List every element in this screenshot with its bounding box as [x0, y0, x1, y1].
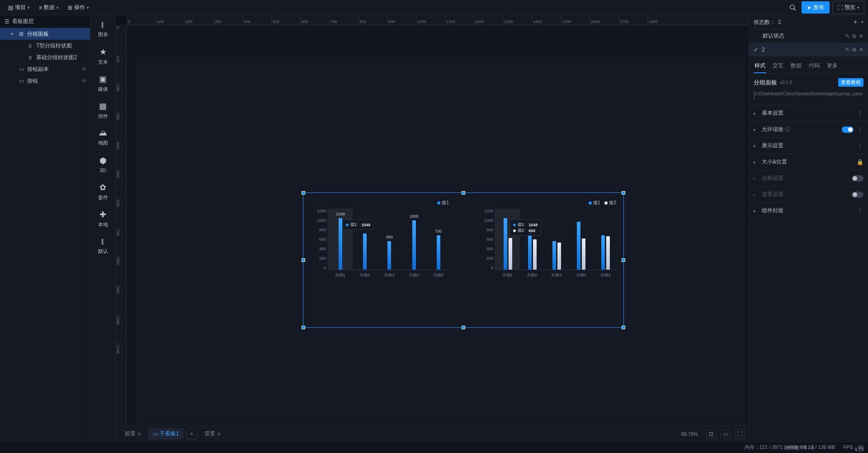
add-state-button[interactable]: ＋	[852, 18, 859, 26]
rail-chart[interactable]: ⫿图表	[90, 15, 115, 42]
tab-foreground[interactable]: 前景 ⊕	[120, 428, 146, 439]
version-label: 4.19	[855, 447, 863, 452]
property-row[interactable]: ▸展示设置⋮	[749, 138, 868, 154]
rail-media[interactable]: ▣媒体	[90, 70, 115, 97]
more-icon[interactable]: ⋮	[857, 142, 863, 149]
layer-item[interactable]: ⫼T型分组柱状图	[0, 40, 90, 51]
resize-handle-r[interactable]	[622, 258, 625, 262]
rail-control[interactable]: ▦控件	[90, 97, 115, 124]
button-icon: ▭	[18, 78, 24, 84]
menu-data[interactable]: ≡ 数据 ▾	[34, 2, 63, 13]
bar	[601, 235, 605, 270]
rail-map[interactable]: ⛰地图	[90, 124, 115, 151]
resize-handle-b[interactable]	[462, 326, 465, 329]
rail-label: 3D	[99, 168, 106, 173]
rail-label: 媒体	[98, 86, 108, 93]
layer-label: 基础分组柱状图2	[36, 54, 77, 61]
bar	[606, 236, 610, 270]
property-row[interactable]: ▸边框设置	[749, 170, 868, 187]
resize-handle-br[interactable]	[622, 326, 625, 329]
group-icon: ⊞	[18, 31, 24, 37]
add-icon: ⊕	[137, 431, 141, 436]
zoom-level: 69.79%	[681, 431, 698, 437]
property-row[interactable]: ▸允许缩放 ⓘ⋮	[749, 121, 868, 138]
resize-handle-t[interactable]	[462, 191, 465, 195]
visibility-icon[interactable]: 👁	[81, 66, 86, 72]
rail-kit[interactable]: ✿套件	[90, 178, 115, 205]
more-icon[interactable]: ⋮	[857, 207, 863, 215]
inspector-tab[interactable]: 更多	[826, 59, 839, 73]
copy-icon[interactable]: ⧉	[852, 33, 856, 39]
lock-icon: 🔒	[857, 159, 863, 165]
toggle-switch[interactable]	[852, 175, 863, 182]
canvas[interactable]: 0100200300400500600700800900100011001200…	[116, 15, 749, 441]
state-item[interactable]: 默认状态✎⧉✕	[749, 29, 868, 43]
bar-group	[363, 234, 367, 270]
rail-text[interactable]: ★文本	[90, 42, 115, 70]
layer-item[interactable]: ⫼基础分组柱状图2	[0, 51, 90, 63]
resize-handle-tl[interactable]	[302, 191, 305, 195]
state-label: 2	[762, 47, 765, 53]
inspector-tab[interactable]: 样式	[754, 59, 766, 73]
3d-icon: ⬢	[99, 156, 107, 166]
ruler-horizontal: 0100200300400500600700800900100011001200…	[127, 15, 749, 25]
edit-icon[interactable]: ✎	[845, 33, 849, 39]
add-tab-button[interactable]: ＋	[186, 429, 197, 439]
state-list: 默认状态✎⧉✕✓2✎⧉✕	[749, 29, 868, 56]
more-icon[interactable]: ⋮	[857, 126, 863, 133]
fullscreen-button[interactable]: ⛶	[735, 429, 745, 439]
resize-handle-l[interactable]	[302, 258, 305, 262]
property-row[interactable]: ▸大小&位置🔒	[749, 154, 868, 170]
rail-label: 图表	[98, 31, 108, 38]
publish-button[interactable]: ➤ 发布	[802, 1, 830, 14]
resize-handle-bl[interactable]	[302, 326, 305, 329]
tab-background[interactable]: 背景 ⊕	[200, 428, 225, 439]
property-row[interactable]: ▸基本设置⋮	[749, 105, 868, 121]
artboard[interactable]: 值112001000800600400200010485801005700示例1…	[136, 57, 746, 427]
chevron-down-icon[interactable]: ▾	[861, 20, 863, 24]
send-icon: ➤	[807, 5, 811, 11]
layer-item[interactable]: ▭按钮副本👁	[0, 63, 90, 75]
rail-default[interactable]: ⫿默认	[90, 232, 115, 259]
tutorial-button[interactable]: 查看教程	[838, 78, 863, 87]
layer-item[interactable]: ▭按钮👁	[0, 75, 90, 87]
inspector-tab[interactable]: 数据	[790, 59, 802, 73]
property-row[interactable]: ▸组件封面⋮	[749, 203, 868, 219]
rail-3d[interactable]: ⬢3D	[90, 151, 115, 178]
preview-button[interactable]: ⛶ 预览 ▾	[832, 1, 864, 14]
menu-ops[interactable]: ⊞ 操作 ▾	[63, 2, 94, 13]
search-button[interactable]	[786, 1, 799, 14]
status-bar: 内存：121 / 3971 / 4096 MB 15 / 136 MB FPS：…	[0, 441, 868, 453]
basic-group-bar-chart[interactable]: 值1值2120010008006004002000示例1示例2示例3示例4示例5…	[480, 200, 620, 281]
fit-view-button[interactable]: ⊡	[706, 429, 716, 439]
chevron-down-icon: ▾	[87, 5, 89, 10]
close-icon[interactable]: ✕	[859, 47, 863, 53]
rail-label: 文本	[98, 59, 108, 65]
edit-icon[interactable]: ✎	[845, 47, 849, 53]
prop-label: 背景设置	[762, 191, 848, 198]
more-icon[interactable]: ⋮	[857, 110, 863, 117]
layer-label: 按钮副本	[27, 65, 49, 73]
copy-icon[interactable]: ⧉	[852, 47, 856, 53]
rail-local[interactable]: ✚本地	[90, 205, 115, 232]
state-item[interactable]: ✓2✎⧉✕	[749, 43, 868, 56]
inspector-tab[interactable]: 代码	[808, 59, 821, 73]
toggle-switch[interactable]	[852, 191, 863, 198]
resize-handle-tr[interactable]	[622, 191, 625, 195]
layer-item[interactable]: ▾⊞分组面板	[0, 28, 90, 40]
inspector-tab[interactable]: 交互	[772, 59, 784, 73]
grid-icon: ⊞	[68, 5, 72, 11]
view-mode-button[interactable]: ▭	[721, 429, 731, 439]
selection-frame[interactable]: 值112001000800600400200010485801005700示例1…	[303, 192, 624, 328]
menu-project[interactable]: ▤ 项目 ▾	[4, 2, 34, 13]
property-row[interactable]: ▸背景设置	[749, 187, 868, 203]
toggle-switch[interactable]	[842, 126, 854, 133]
bar	[528, 234, 532, 270]
close-icon[interactable]: ✕	[859, 33, 863, 39]
kit-icon: ✿	[99, 182, 106, 192]
tab-subboard[interactable]: ▭ 子看板1	[148, 428, 184, 439]
layers-header: ☰ 看板图层	[0, 15, 90, 28]
legend-item: 值1	[589, 200, 600, 206]
visibility-icon[interactable]: 👁	[81, 78, 86, 84]
t-group-bar-chart[interactable]: 值112001000800600400200010485801005700示例1…	[312, 200, 453, 281]
